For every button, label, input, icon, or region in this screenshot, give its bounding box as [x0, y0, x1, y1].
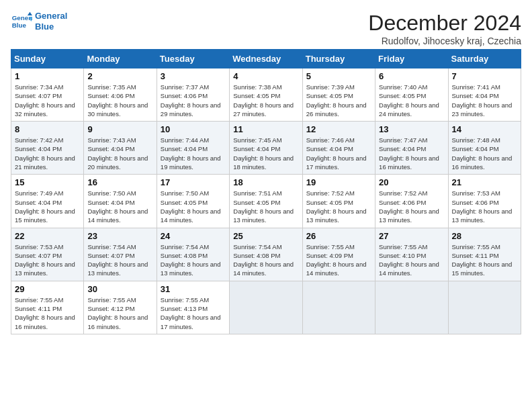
day-detail: Sunrise: 7:38 AM Sunset: 4:05 PM Dayligh… [233, 83, 298, 118]
day-number: 20 [379, 177, 444, 187]
day-number: 25 [233, 231, 298, 241]
calendar-cell [375, 281, 448, 334]
day-number: 13 [379, 124, 444, 134]
day-detail: Sunrise: 7:55 AM Sunset: 4:13 PM Dayligh… [161, 295, 226, 331]
calendar-cell [230, 281, 302, 334]
calendar-cell: 24Sunrise: 7:54 AM Sunset: 4:08 PM Dayli… [157, 228, 229, 281]
calendar-week-1: 1Sunrise: 7:34 AM Sunset: 4:07 PM Daylig… [11, 68, 521, 122]
day-detail: Sunrise: 7:53 AM Sunset: 4:06 PM Dayligh… [452, 189, 517, 224]
calendar-cell: 22Sunrise: 7:53 AM Sunset: 4:07 PM Dayli… [11, 228, 84, 281]
day-number: 24 [161, 231, 226, 241]
day-number: 18 [233, 177, 298, 187]
calendar-cell [448, 281, 521, 334]
day-detail: Sunrise: 7:37 AM Sunset: 4:06 PM Dayligh… [161, 83, 226, 118]
day-detail: Sunrise: 7:47 AM Sunset: 4:04 PM Dayligh… [379, 136, 444, 171]
day-number: 14 [452, 124, 517, 134]
calendar-cell: 31Sunrise: 7:55 AM Sunset: 4:13 PM Dayli… [157, 281, 229, 334]
day-number: 10 [161, 124, 226, 134]
day-detail: Sunrise: 7:55 AM Sunset: 4:11 PM Dayligh… [452, 242, 517, 278]
day-detail: Sunrise: 7:52 AM Sunset: 4:05 PM Dayligh… [306, 189, 371, 224]
calendar-cell: 1Sunrise: 7:34 AM Sunset: 4:07 PM Daylig… [11, 68, 84, 122]
day-detail: Sunrise: 7:44 AM Sunset: 4:04 PM Dayligh… [161, 136, 226, 171]
day-detail: Sunrise: 7:55 AM Sunset: 4:12 PM Dayligh… [87, 295, 152, 331]
day-number: 17 [161, 177, 226, 187]
calendar-cell: 19Sunrise: 7:52 AM Sunset: 4:05 PM Dayli… [302, 175, 375, 228]
calendar-cell: 7Sunrise: 7:41 AM Sunset: 4:04 PM Daylig… [448, 68, 521, 122]
day-detail: Sunrise: 7:45 AM Sunset: 4:04 PM Dayligh… [233, 136, 298, 171]
day-detail: Sunrise: 7:54 AM Sunset: 4:07 PM Dayligh… [87, 242, 152, 278]
day-detail: Sunrise: 7:52 AM Sunset: 4:06 PM Dayligh… [379, 189, 444, 224]
day-number: 19 [306, 177, 371, 187]
calendar-cell: 20Sunrise: 7:52 AM Sunset: 4:06 PM Dayli… [375, 175, 448, 228]
day-detail: Sunrise: 7:48 AM Sunset: 4:04 PM Dayligh… [452, 136, 517, 171]
calendar-cell: 25Sunrise: 7:54 AM Sunset: 4:08 PM Dayli… [230, 228, 302, 281]
calendar-cell: 3Sunrise: 7:37 AM Sunset: 4:06 PM Daylig… [157, 68, 229, 122]
calendar-cell: 21Sunrise: 7:53 AM Sunset: 4:06 PM Dayli… [448, 175, 521, 228]
day-number: 7 [452, 71, 517, 81]
day-detail: Sunrise: 7:39 AM Sunset: 4:05 PM Dayligh… [306, 83, 371, 118]
day-number: 1 [15, 71, 80, 81]
day-detail: Sunrise: 7:50 AM Sunset: 4:05 PM Dayligh… [161, 189, 226, 224]
header-sunday: Sunday [11, 50, 84, 68]
day-number: 30 [87, 284, 152, 294]
calendar-cell: 17Sunrise: 7:50 AM Sunset: 4:05 PM Dayli… [157, 175, 229, 228]
calendar-header-row: SundayMondayTuesdayWednesdayThursdayFrid… [11, 50, 521, 68]
day-number: 3 [161, 71, 226, 81]
calendar-cell: 11Sunrise: 7:45 AM Sunset: 4:04 PM Dayli… [230, 122, 302, 175]
calendar-cell: 30Sunrise: 7:55 AM Sunset: 4:12 PM Dayli… [84, 281, 157, 334]
day-detail: Sunrise: 7:42 AM Sunset: 4:04 PM Dayligh… [15, 136, 80, 171]
location-subtitle: Rudolfov, Jihocesky kraj, Czechia [368, 36, 521, 46]
day-detail: Sunrise: 7:46 AM Sunset: 4:04 PM Dayligh… [306, 136, 371, 171]
calendar-week-4: 22Sunrise: 7:53 AM Sunset: 4:07 PM Dayli… [11, 228, 521, 281]
day-detail: Sunrise: 7:55 AM Sunset: 4:09 PM Dayligh… [306, 242, 371, 278]
day-detail: Sunrise: 7:35 AM Sunset: 4:06 PM Dayligh… [87, 83, 152, 118]
day-number: 26 [306, 231, 371, 241]
day-detail: Sunrise: 7:53 AM Sunset: 4:07 PM Dayligh… [15, 242, 80, 278]
day-detail: Sunrise: 7:41 AM Sunset: 4:04 PM Dayligh… [452, 83, 517, 118]
calendar-week-5: 29Sunrise: 7:55 AM Sunset: 4:11 PM Dayli… [11, 281, 521, 334]
header-friday: Friday [375, 50, 448, 68]
day-detail: Sunrise: 7:55 AM Sunset: 4:10 PM Dayligh… [379, 242, 444, 278]
day-number: 9 [87, 124, 152, 134]
day-detail: Sunrise: 7:55 AM Sunset: 4:11 PM Dayligh… [15, 295, 80, 331]
day-detail: Sunrise: 7:43 AM Sunset: 4:04 PM Dayligh… [87, 136, 152, 171]
day-number: 16 [87, 177, 152, 187]
page-header: General Blue General Blue December 2024 … [11, 11, 521, 46]
day-detail: Sunrise: 7:40 AM Sunset: 4:05 PM Dayligh… [379, 83, 444, 118]
calendar-cell: 14Sunrise: 7:48 AM Sunset: 4:04 PM Dayli… [448, 122, 521, 175]
calendar-cell: 9Sunrise: 7:43 AM Sunset: 4:04 PM Daylig… [84, 122, 157, 175]
day-number: 11 [233, 124, 298, 134]
calendar-cell: 2Sunrise: 7:35 AM Sunset: 4:06 PM Daylig… [84, 68, 157, 122]
calendar-cell: 16Sunrise: 7:50 AM Sunset: 4:04 PM Dayli… [84, 175, 157, 228]
calendar-week-3: 15Sunrise: 7:49 AM Sunset: 4:04 PM Dayli… [11, 175, 521, 228]
day-number: 27 [379, 231, 444, 241]
calendar-cell: 8Sunrise: 7:42 AM Sunset: 4:04 PM Daylig… [11, 122, 84, 175]
header-saturday: Saturday [448, 50, 521, 68]
calendar-cell: 29Sunrise: 7:55 AM Sunset: 4:11 PM Dayli… [11, 281, 84, 334]
title-block: December 2024 Rudolfov, Jihocesky kraj, … [368, 11, 521, 46]
day-number: 22 [15, 231, 80, 241]
calendar-cell: 13Sunrise: 7:47 AM Sunset: 4:04 PM Dayli… [375, 122, 448, 175]
calendar-cell: 5Sunrise: 7:39 AM Sunset: 4:05 PM Daylig… [302, 68, 375, 122]
calendar-cell [302, 281, 375, 334]
logo-line1: General [35, 11, 67, 21]
header-tuesday: Tuesday [157, 50, 229, 68]
calendar-cell: 26Sunrise: 7:55 AM Sunset: 4:09 PM Dayli… [302, 228, 375, 281]
day-detail: Sunrise: 7:54 AM Sunset: 4:08 PM Dayligh… [161, 242, 226, 278]
header-wednesday: Wednesday [230, 50, 302, 68]
day-detail: Sunrise: 7:54 AM Sunset: 4:08 PM Dayligh… [233, 242, 298, 278]
day-detail: Sunrise: 7:50 AM Sunset: 4:04 PM Dayligh… [87, 189, 152, 224]
calendar-table: SundayMondayTuesdayWednesdayThursdayFrid… [11, 49, 521, 334]
day-detail: Sunrise: 7:51 AM Sunset: 4:05 PM Dayligh… [233, 189, 298, 224]
day-number: 28 [452, 231, 517, 241]
day-number: 12 [306, 124, 371, 134]
calendar-cell: 18Sunrise: 7:51 AM Sunset: 4:05 PM Dayli… [230, 175, 302, 228]
day-detail: Sunrise: 7:49 AM Sunset: 4:04 PM Dayligh… [15, 189, 80, 224]
day-number: 29 [15, 284, 80, 294]
calendar-body: 1Sunrise: 7:34 AM Sunset: 4:07 PM Daylig… [11, 68, 521, 334]
calendar-cell: 4Sunrise: 7:38 AM Sunset: 4:05 PM Daylig… [230, 68, 302, 122]
calendar-cell: 12Sunrise: 7:46 AM Sunset: 4:04 PM Dayli… [302, 122, 375, 175]
calendar-cell: 23Sunrise: 7:54 AM Sunset: 4:07 PM Dayli… [84, 228, 157, 281]
logo: General Blue General Blue [11, 11, 67, 32]
calendar-cell: 10Sunrise: 7:44 AM Sunset: 4:04 PM Dayli… [157, 122, 229, 175]
